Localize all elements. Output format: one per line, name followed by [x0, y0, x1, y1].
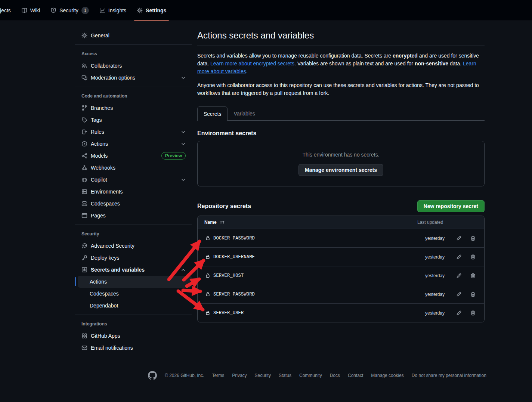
footer-link[interactable]: Security — [255, 373, 271, 378]
delete-secret-button[interactable] — [470, 254, 476, 260]
sidebar-divider — [75, 44, 192, 45]
intro-paragraph: Secrets and variables allow you to manag… — [197, 52, 485, 75]
pencil-icon — [456, 273, 462, 279]
sidebar-divider — [75, 87, 192, 87]
sidebar-item-advanced-security[interactable]: Advanced Security — [75, 240, 192, 252]
sidebar-item-rules[interactable]: Rules — [75, 126, 192, 138]
sidebar-item-branches[interactable]: Branches — [75, 102, 192, 114]
sidebar-divider — [75, 315, 192, 315]
sidebar-item-codespaces-secrets[interactable]: Codespaces — [75, 288, 192, 300]
people-icon — [81, 63, 87, 69]
sidebar-item-label: Codespaces — [90, 291, 186, 297]
chevron-down-icon — [181, 177, 186, 182]
nav-tab-label: Security — [59, 7, 78, 13]
table-row: SERVER_PASSWORDyesterday — [198, 285, 484, 303]
sidebar-item-copilot[interactable]: Copilot — [75, 174, 192, 186]
secret-name: DOCKER_USERNAME — [213, 254, 255, 260]
sidebar-item-dependabot-secrets[interactable]: Dependabot — [75, 300, 192, 312]
sidebar-item-models[interactable]: ModelsPreview — [75, 150, 192, 162]
delete-secret-button[interactable] — [470, 291, 476, 297]
trash-icon — [470, 235, 476, 241]
sidebar-item-deploy-keys[interactable]: Deploy keys — [75, 252, 192, 264]
footer-link[interactable]: Docs — [330, 373, 340, 378]
footer-link[interactable]: Status — [279, 373, 291, 378]
secret-name: SERVER_HOST — [213, 273, 244, 278]
repository-secrets-table: Name Last updated DOCKER_PASSWORDyesterd… — [197, 216, 485, 322]
main-content: Actions secrets and variables Secrets an… — [197, 30, 485, 322]
footer-link[interactable]: Community — [299, 373, 322, 378]
edit-secret-button[interactable] — [456, 291, 462, 297]
secret-last-updated: yesterday — [425, 292, 448, 297]
trash-icon — [470, 291, 476, 297]
sidebar-item-github-apps[interactable]: GitHub Apps — [75, 330, 192, 342]
column-header-name[interactable]: Name — [204, 220, 417, 225]
edit-secret-button[interactable] — [456, 273, 462, 279]
sidebar-item-email-notifications[interactable]: Email notifications — [75, 342, 192, 354]
nav-tab-security[interactable]: Security1 — [45, 0, 94, 21]
secret-last-updated: yesterday — [425, 273, 448, 278]
sidebar-item-moderation-options[interactable]: Moderation options — [75, 72, 192, 84]
tab-variables[interactable]: Variables — [228, 106, 261, 120]
chevron-down-icon — [181, 142, 186, 146]
delete-secret-button[interactable] — [470, 235, 476, 241]
sidebar-item-label: Pages — [91, 213, 186, 219]
footer-link[interactable]: Manage cookies — [371, 373, 403, 378]
secret-name-cell: SERVER_HOST — [205, 273, 425, 278]
trash-icon — [470, 273, 476, 279]
footer-link[interactable]: Privacy — [232, 373, 247, 378]
play-icon — [81, 141, 87, 147]
new-repository-secret-button[interactable]: New repository secret — [417, 200, 485, 212]
repo-tab-bar: jectsWikiSecurity1InsightsSettings — [0, 0, 532, 21]
nav-tab-label: jects — [0, 7, 11, 13]
nav-tab-settings[interactable]: Settings — [132, 0, 171, 21]
sidebar-item-pages[interactable]: Pages — [75, 210, 192, 222]
sidebar-item-actions[interactable]: Actions — [75, 138, 192, 150]
tab-secrets[interactable]: Secrets — [197, 106, 228, 121]
edit-secret-button[interactable] — [456, 310, 462, 316]
delete-secret-button[interactable] — [470, 273, 476, 279]
edit-secret-button[interactable] — [456, 235, 462, 241]
pencil-icon — [456, 254, 462, 260]
sidebar-item-label: Actions — [91, 141, 177, 147]
footer-link[interactable]: Contact — [348, 373, 363, 378]
shield-icon — [50, 7, 56, 13]
secret-last-updated: yesterday — [425, 254, 448, 260]
secrets-variables-tabs: Secrets Variables — [197, 106, 485, 121]
repository-secrets-heading: Repository secrets — [197, 202, 251, 211]
github-logo-icon — [148, 371, 157, 380]
emphasis-text: non-sensitive — [415, 61, 448, 67]
collaborator-note-paragraph: Anyone with collaborator access to this … — [197, 81, 485, 97]
pencil-icon — [456, 310, 462, 316]
mail-icon — [81, 345, 87, 351]
sidebar-item-webhooks[interactable]: Webhooks — [75, 162, 192, 174]
nav-tab-projects[interactable]: jects — [0, 0, 16, 21]
column-header-last-updated: Last updated — [417, 220, 476, 225]
table-row: DOCKER_USERNAMEyesterday — [198, 247, 484, 266]
footer-link[interactable]: Do not share my personal information — [412, 373, 486, 378]
sidebar-item-general[interactable]: General — [75, 30, 192, 41]
manage-environment-secrets-button[interactable]: Manage environment secrets — [299, 164, 383, 176]
sidebar-item-label: Models — [91, 153, 158, 159]
nav-tab-insights[interactable]: Insights — [94, 0, 132, 21]
preview-badge: Preview — [161, 152, 186, 160]
sidebar-item-environments[interactable]: Environments — [75, 186, 192, 198]
page-footer: © 2026 GitHub, Inc. TermsPrivacySecurity… — [148, 371, 486, 380]
secret-name-cell: DOCKER_PASSWORD — [205, 235, 425, 241]
environment-empty-text: This environment has no secrets. — [302, 152, 379, 158]
sidebar-item-codespaces[interactable]: Codespaces — [75, 198, 192, 210]
trash-icon — [470, 254, 476, 260]
sidebar-item-actions-secrets[interactable]: Actions — [78, 276, 192, 288]
nav-tab-wiki[interactable]: Wiki — [16, 0, 45, 21]
branch-icon — [81, 105, 87, 111]
delete-secret-button[interactable] — [470, 310, 476, 316]
lock-icon — [205, 310, 210, 316]
sort-ascending-icon — [220, 220, 225, 225]
footer-link[interactable]: Terms — [212, 373, 225, 378]
learn-more-encrypted-secrets-link[interactable]: Learn more about encrypted secrets — [210, 61, 294, 67]
sidebar-item-label: Collaborators — [91, 63, 186, 69]
sidebar-item-secrets-and-variables[interactable]: Secrets and variables — [75, 264, 192, 276]
sidebar-item-collaborators[interactable]: Collaborators — [75, 60, 192, 72]
edit-secret-button[interactable] — [456, 254, 462, 260]
sidebar-item-tags[interactable]: Tags — [75, 114, 192, 126]
table-header-row: Name Last updated — [198, 216, 484, 229]
